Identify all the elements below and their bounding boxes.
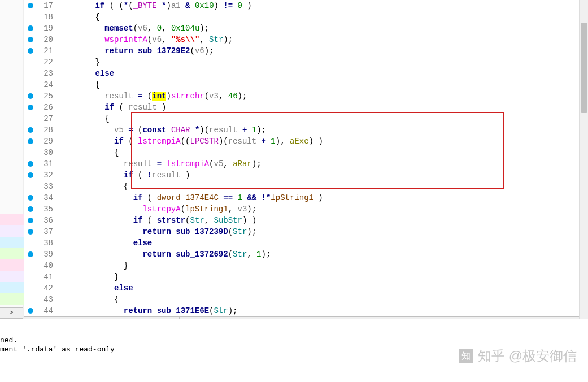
overview-stripe [0, 293, 24, 305]
code-text[interactable]: memset(v6, 0, 0x104u); [55, 24, 209, 33]
code-line[interactable]: 29 if ( lstrcmpiA((LPCSTR)(result + 1), … [24, 136, 588, 147]
overview-stripe [0, 237, 24, 248]
line-number: 26 [37, 103, 55, 112]
breakpoint-gutter[interactable] [24, 103, 37, 112]
breakpoint-gutter[interactable] [24, 92, 37, 101]
code-text[interactable]: } [55, 272, 119, 281]
code-line[interactable]: 19 memset(v6, 0, 0x104u); [24, 23, 588, 34]
code-line[interactable]: 36 if ( strstr(Str, SubStr) ) [24, 215, 588, 226]
code-text[interactable]: else [55, 69, 114, 78]
vertical-scrollbar[interactable] [579, 0, 588, 319]
code-text[interactable]: lstrcpyA(lpString1, v3); [55, 205, 256, 214]
code-text[interactable]: result = (int)strrchr(v3, 46); [55, 92, 247, 101]
code-pane: 17 if ( (*(_BYTE *)a1 & 0x10) != 0 )18 {… [24, 0, 588, 319]
code-line[interactable]: 39 return sub_1372692(Str, 1); [24, 249, 588, 260]
code-line[interactable]: 30 { [24, 147, 588, 158]
code-text[interactable]: return sub_137239D(Str); [55, 227, 256, 236]
status-address: 00001D05 [24, 317, 66, 319]
line-number: 22 [37, 58, 55, 67]
breakpoint-gutter[interactable] [24, 227, 37, 236]
line-number: 27 [37, 114, 55, 123]
breakpoint-gutter[interactable] [24, 216, 37, 225]
code-line[interactable]: 42 else [24, 283, 588, 294]
breakpoint-dot-icon [28, 206, 33, 212]
code-text[interactable]: { [55, 148, 119, 157]
code-text[interactable]: v5 = (const CHAR *)(result + 1); [55, 125, 266, 134]
code-line[interactable]: 40 } [24, 260, 588, 271]
code-line[interactable]: 33 { [24, 181, 588, 192]
code-line[interactable]: 35 lstrcpyA(lpString1, v3); [24, 203, 588, 215]
code-text[interactable]: if ( dword_1374E4C == 1 && !*lpString1 ) [55, 193, 323, 202]
breakpoint-gutter[interactable] [24, 46, 37, 55]
breakpoint-dot-icon [28, 218, 33, 223]
overview-stripe [0, 248, 24, 259]
code-lines[interactable]: 17 if ( (*(_BYTE *)a1 & 0x10) != 0 )18 {… [24, 0, 588, 316]
code-text[interactable]: if ( !result ) [55, 171, 190, 180]
breakpoint-gutter[interactable] [24, 306, 37, 315]
code-line[interactable]: 26 if ( result ) [24, 102, 588, 113]
code-line[interactable]: 32 if ( !result ) [24, 170, 588, 181]
breakpoint-gutter[interactable] [24, 171, 37, 180]
code-line[interactable]: 43 { [24, 294, 588, 305]
line-number: 17 [37, 1, 55, 10]
breakpoint-gutter[interactable] [24, 125, 37, 134]
code-text[interactable]: { [55, 80, 100, 89]
code-line[interactable]: 24 { [24, 79, 588, 90]
code-text[interactable]: } [55, 261, 128, 270]
code-text[interactable]: if ( (*(_BYTE *)a1 & 0x10) != 0 ) [55, 1, 252, 10]
breakpoint-dot-icon [28, 308, 33, 314]
code-line[interactable]: 28 v5 = (const CHAR *)(result + 1); [24, 124, 588, 136]
breakpoint-dot-icon [28, 93, 33, 99]
code-line[interactable]: 27 { [24, 113, 588, 124]
code-text[interactable]: result = lstrcmpiA(v5, aRar); [55, 159, 262, 168]
breakpoint-dot-icon [28, 48, 33, 54]
code-text[interactable]: if ( lstrcmpiA((LPCSTR)(result + 1), aEx… [55, 137, 323, 146]
breakpoint-gutter[interactable] [24, 137, 37, 146]
gutter-expand-button[interactable]: > [0, 307, 23, 319]
code-line[interactable]: 21 return sub_13729E2(v6); [24, 45, 588, 57]
code-text[interactable]: return sub_13729E2(v6); [55, 46, 214, 55]
code-line[interactable]: 34 if ( dword_1374E4C == 1 && !*lpString… [24, 192, 588, 203]
code-text[interactable]: return sub_1372692(Str, 1); [55, 250, 271, 259]
code-text[interactable]: else [55, 284, 133, 293]
code-text[interactable]: if ( result ) [55, 103, 166, 112]
code-line[interactable]: 18 { [24, 11, 588, 23]
line-number: 42 [37, 284, 55, 293]
breakpoint-dot-icon [28, 25, 33, 31]
code-text[interactable]: wsprintfA(v6, "%s\\", Str); [55, 35, 233, 44]
breakpoint-gutter[interactable] [24, 159, 37, 168]
line-number: 23 [37, 69, 55, 78]
code-line[interactable]: 20 wsprintfA(v6, "%s\\", Str); [24, 34, 588, 45]
code-text[interactable]: { [55, 114, 110, 123]
code-line[interactable]: 17 if ( (*(_BYTE *)a1 & 0x10) != 0 ) [24, 0, 588, 11]
code-line[interactable]: 22 } [24, 57, 588, 68]
code-text[interactable]: if ( strstr(Str, SubStr) ) [55, 216, 256, 225]
code-line[interactable]: 38 else [24, 237, 588, 249]
line-number: 44 [37, 306, 55, 315]
line-number: 28 [37, 125, 55, 134]
code-text[interactable]: { [55, 182, 128, 191]
line-number: 25 [37, 92, 55, 101]
code-text[interactable]: return sub_1371E6E(Str); [55, 306, 238, 315]
breakpoint-dot-icon [28, 251, 33, 257]
breakpoint-gutter[interactable] [24, 193, 37, 202]
code-text[interactable]: } [55, 58, 100, 67]
code-line[interactable]: 41 } [24, 271, 588, 283]
breakpoint-gutter[interactable] [24, 1, 37, 10]
overview-stripe [0, 225, 24, 237]
code-line[interactable]: 23 else [24, 68, 588, 79]
breakpoint-gutter[interactable] [24, 205, 37, 214]
code-text[interactable]: { [55, 295, 119, 304]
breakpoint-gutter[interactable] [24, 35, 37, 44]
breakpoint-gutter[interactable] [24, 24, 37, 33]
line-number: 38 [37, 238, 55, 248]
code-text[interactable]: { [55, 12, 100, 21]
code-line[interactable]: 44 return sub_1371E6E(Str); [24, 305, 588, 316]
left-gutter: > [0, 0, 24, 319]
code-line[interactable]: 25 result = (int)strrchr(v3, 46); [24, 90, 588, 102]
scrollbar-thumb[interactable] [581, 23, 587, 113]
code-line[interactable]: 37 return sub_137239D(Str); [24, 226, 588, 237]
breakpoint-gutter[interactable] [24, 250, 37, 259]
code-text[interactable]: else [55, 238, 152, 248]
code-line[interactable]: 31 result = lstrcmpiA(v5, aRar); [24, 158, 588, 170]
